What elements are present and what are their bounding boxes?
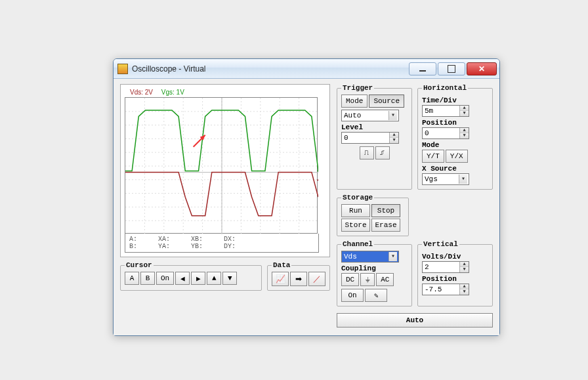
- hmode-label: Mode: [422, 141, 488, 149]
- timediv-label: Time/Div: [422, 96, 488, 104]
- auto-button[interactable]: Auto: [337, 313, 493, 327]
- readout-b: B:: [129, 243, 137, 250]
- xsource-label: X Source: [422, 165, 488, 173]
- coupling-ac-button[interactable]: AC: [376, 273, 394, 286]
- hpos-spinner[interactable]: 0 ▲▼: [422, 127, 469, 139]
- vpos-value: -7.5: [423, 285, 459, 293]
- coupling-dc-button[interactable]: DC: [341, 273, 359, 286]
- horizontal-legend: Horizontal: [422, 84, 468, 92]
- xsource-value: Vgs: [425, 175, 438, 183]
- data-legend: Data: [272, 261, 291, 269]
- horizontal-group: Horizontal Time/Div 5m ▲▼ Position 0 ▲▼ …: [417, 84, 493, 190]
- right-column: Trigger Mode Source Auto Level 0 ▲▼: [337, 84, 493, 327]
- coupling-label: Coupling: [341, 264, 408, 272]
- cursor-b-button[interactable]: B: [140, 272, 155, 285]
- run-button[interactable]: Run: [341, 204, 370, 217]
- vertical-group: Vertical Volts/Div 2 ▲▼ Position -7.5 ▲▼: [417, 240, 493, 306]
- readout-ya: YA:: [158, 243, 170, 250]
- scope-panel: Vds: 2V Vgs: 1V A: XA: XB: DX: B: YA:: [120, 84, 330, 257]
- cursor-right-button[interactable]: ▶: [191, 272, 205, 285]
- erase-button[interactable]: Erase: [371, 219, 400, 232]
- window-title: Oscilloscope - Virtual: [132, 64, 409, 74]
- maximize-button[interactable]: [438, 62, 465, 75]
- voltsdiv-spinner[interactable]: 2 ▲▼: [422, 261, 469, 273]
- readout-a: A:: [129, 236, 137, 243]
- timediv-value: 5m: [423, 107, 459, 115]
- trace-labels: Vds: 2V Vgs: 1V: [125, 89, 326, 97]
- hpos-value: 0: [423, 129, 459, 137]
- data-group: Data 📈 ➡ ／: [267, 261, 330, 291]
- trigger-level-spinner[interactable]: 0 ▲▼: [341, 132, 399, 144]
- trigger-source-button[interactable]: Source: [369, 95, 404, 108]
- coupling-gnd-button[interactable]: ⏚: [360, 273, 375, 286]
- channel-on-button[interactable]: On: [341, 289, 364, 302]
- app-icon: [117, 64, 128, 74]
- trigger-mode-value: Auto: [344, 112, 361, 119]
- titlebar[interactable]: Oscilloscope - Virtual: [114, 59, 499, 79]
- voltsdiv-label: Volts/Div: [422, 253, 488, 261]
- cursor-readouts: A: XA: XB: DX: B: YA: YB: DY:: [125, 234, 319, 253]
- readout-xa: XA:: [158, 236, 170, 243]
- channel-value: Vds: [344, 253, 357, 261]
- minimize-button[interactable]: [409, 62, 436, 75]
- vpos-spinner[interactable]: -7.5 ▲▼: [422, 284, 469, 295]
- vds-label: Vds: 2V: [130, 89, 153, 96]
- trigger-legend: Trigger: [341, 84, 374, 92]
- vertical-legend: Vertical: [422, 240, 459, 248]
- store-button[interactable]: Store: [341, 219, 370, 232]
- trigger-rising-edge-button[interactable]: ⎍: [360, 146, 374, 159]
- voltsdiv-value: 2: [423, 263, 459, 271]
- hpos-label: Position: [422, 119, 488, 127]
- channel-group: Channel Vds Coupling DC ⏚ AC On ✎: [337, 240, 412, 306]
- down-arrow-icon[interactable]: ▼: [390, 138, 398, 143]
- storage-legend: Storage: [341, 194, 374, 201]
- readout-dx: DX:: [224, 236, 236, 243]
- trigger-mode-select[interactable]: Auto: [341, 110, 399, 121]
- stop-button[interactable]: Stop: [371, 204, 400, 217]
- readout-xb: XB:: [191, 236, 203, 243]
- vpos-label: Position: [422, 275, 488, 283]
- data-chart-icon[interactable]: 📈: [272, 272, 289, 286]
- data-line-icon[interactable]: ／: [308, 272, 326, 286]
- trigger-falling-edge-button[interactable]: ⎎: [375, 146, 390, 159]
- down-arrow-icon[interactable]: ▼: [460, 267, 469, 272]
- yt-mode-button[interactable]: Y/T: [422, 150, 444, 163]
- readout-yb: YB:: [191, 243, 203, 250]
- yx-mode-button[interactable]: Y/X: [446, 150, 468, 163]
- waveform-plot: [125, 98, 318, 234]
- cursor-left-button[interactable]: ◀: [175, 272, 190, 285]
- cursor-group: Cursor A B On ◀ ▶ ▲ ▼: [120, 261, 262, 291]
- vgs-label: Vgs: 1V: [161, 89, 184, 96]
- channel-probe-button[interactable]: ✎: [365, 289, 387, 302]
- cursor-down-button[interactable]: ▼: [222, 272, 237, 285]
- trigger-level-label: Level: [341, 123, 408, 131]
- left-column: Vds: 2V Vgs: 1V A: XA: XB: DX: B: YA:: [120, 84, 330, 327]
- close-button[interactable]: [467, 62, 497, 75]
- trigger-group: Trigger Mode Source Auto Level 0 ▲▼: [337, 84, 412, 190]
- down-arrow-icon[interactable]: ▼: [460, 111, 469, 116]
- probe-icon: ✎: [374, 291, 379, 300]
- svg-marker-23: [317, 177, 318, 182]
- trigger-mode-button[interactable]: Mode: [341, 95, 368, 108]
- readout-dy: DY:: [224, 243, 236, 250]
- scope-display[interactable]: [125, 97, 318, 234]
- channel-select[interactable]: Vds: [341, 251, 399, 263]
- cursor-a-button[interactable]: A: [125, 272, 139, 285]
- cursor-on-button[interactable]: On: [156, 272, 174, 285]
- timediv-spinner[interactable]: 5m ▲▼: [422, 105, 469, 117]
- channel-legend: Channel: [341, 240, 374, 248]
- oscilloscope-window: Oscilloscope - Virtual Vds: 2V Vgs: 1V A…: [113, 58, 500, 336]
- client-area: Vds: 2V Vgs: 1V A: XA: XB: DX: B: YA:: [114, 79, 499, 335]
- trigger-level-value: 0: [342, 134, 389, 142]
- window-controls: [409, 62, 497, 75]
- data-export-icon[interactable]: ➡: [290, 272, 307, 286]
- xsource-select[interactable]: Vgs: [422, 173, 469, 185]
- cursor-up-button[interactable]: ▲: [207, 272, 221, 285]
- cursor-legend: Cursor: [125, 261, 154, 269]
- down-arrow-icon[interactable]: ▼: [460, 289, 469, 295]
- down-arrow-icon[interactable]: ▼: [460, 133, 469, 138]
- storage-group: Storage Run Stop Store Erase: [337, 194, 409, 236]
